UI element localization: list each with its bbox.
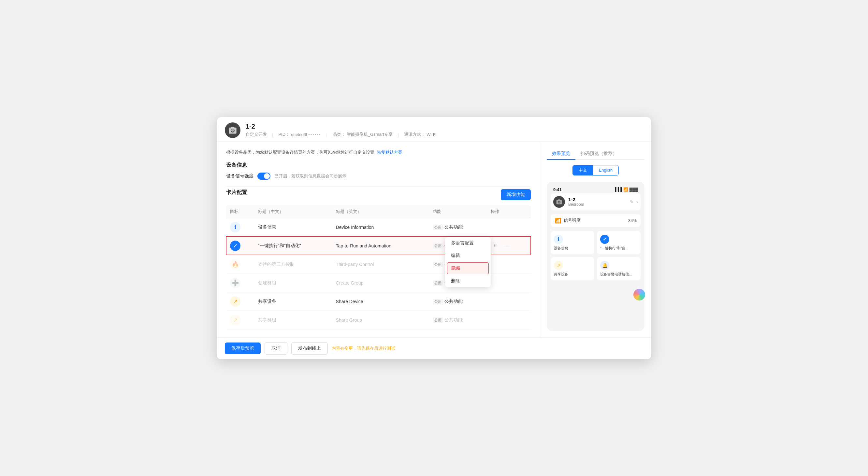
header-info: 1-2 自定义开发 | PID： qtc4ed3l •••••• | 品类： 智…	[246, 123, 436, 137]
phone-status-bar: 9:41 ▐▐▐ 📶 ▓▓▓	[551, 186, 641, 193]
phone-card-label-info: 设备信息	[554, 246, 591, 250]
device-info-title: 设备信息	[226, 162, 531, 169]
category-label: 品类： 智能摄像机_Gsmart专享	[333, 132, 393, 137]
restore-default-link[interactable]: 恢复默认方案	[377, 149, 402, 155]
cell-operation: ⠿ ⋯	[487, 236, 531, 255]
cell-title-en: Create Group	[332, 273, 429, 292]
cell-title-cn: 共享群组	[254, 311, 332, 329]
phone-nav-icons: ✎ ›	[630, 199, 638, 204]
edit-icon[interactable]: ✎	[630, 199, 634, 204]
cell-icon: ↗	[226, 311, 254, 329]
wifi-icon: 📶	[623, 187, 628, 192]
phone-card-share: ⇗ 共享设备	[551, 257, 594, 280]
cell-operation	[487, 311, 531, 329]
col-icon: 图标	[226, 205, 254, 218]
phone-cards: ℹ 设备信息 ✓ "一键执行"和"自... ⇗ 共享设备 🔔 设备告警电话短信.…	[551, 231, 641, 281]
comm-label: 通讯方式： Wi-Fi	[404, 132, 436, 137]
cell-title-cn: 支持的第三方控制	[254, 255, 332, 273]
cell-icon: ➕	[226, 273, 254, 292]
phone-card-icon-alert: 🔔	[600, 261, 609, 270]
bottom-bar: 保存后预览 取消 发布到线上 内容有变更，请先保存后进行测试	[217, 337, 651, 359]
app-window: 1-2 自定义开发 | PID： qtc4ed3l •••••• | 品类： 智…	[217, 117, 651, 359]
phone-card-icon-share: ⇗	[554, 261, 563, 270]
tab-effect[interactable]: 效果预览	[547, 148, 576, 160]
svg-point-0	[231, 129, 234, 132]
cell-title-cn: 共享设备	[254, 292, 332, 311]
add-function-button[interactable]: 新增功能	[501, 189, 531, 200]
table-row: ℹ 设备信息 Device Information 公用公共功能	[226, 218, 531, 236]
bottom-warning-text: 内容有变更，请先保存后进行测试	[332, 345, 395, 351]
phone-camera-icon	[556, 199, 562, 205]
cell-icon: 🔥	[226, 255, 254, 273]
phone-card-automation: ✓ "一键执行"和"自...	[597, 231, 641, 254]
phone-device-info: 1-2 Bedroom	[568, 197, 584, 207]
info-bar-text: 根据设备品类，为您默认配置设备详情页的方案，你可以在继续进行自定义设置	[226, 149, 374, 155]
phone-device-location: Bedroom	[568, 202, 584, 207]
signal-toggle[interactable]	[257, 173, 271, 180]
table-header: 图标 标题（中文） 标题（英文） 功能 操作	[226, 205, 531, 218]
cell-operation	[487, 218, 531, 236]
phone-signal-label: 信号强度	[564, 217, 581, 223]
phone-card-label-automation: "一键执行"和"自...	[600, 246, 637, 250]
info-bar: 根据设备品类，为您默认配置设备详情页的方案，你可以在继续进行自定义设置 恢复默认…	[226, 149, 531, 155]
cell-title-cn: 设备信息	[254, 218, 332, 236]
menu-item-multilang[interactable]: 多语言配置	[445, 237, 491, 249]
preview-tabs: 效果预览 扫码预览（推荐）	[547, 148, 645, 160]
phone-signal-row: 📶 信号强度 34%	[551, 214, 641, 227]
cell-title-en: Share Device	[332, 292, 429, 311]
cell-title-en: Device Information	[332, 218, 429, 236]
menu-item-hide[interactable]: 隐藏	[447, 263, 489, 274]
pid-label: PID： qtc4ed3l ••••••	[278, 132, 321, 137]
save-preview-button[interactable]: 保存后预览	[225, 342, 261, 354]
lang-btn-cn[interactable]: 中文	[573, 165, 593, 175]
tab-scan[interactable]: 扫码预览（推荐）	[576, 148, 622, 160]
camera-icon	[228, 126, 237, 135]
cell-function: 公用公共功能	[429, 218, 487, 236]
cell-icon: ✓	[226, 236, 254, 255]
cell-title-en: Share Group	[332, 311, 429, 329]
header-meta: 自定义开发 | PID： qtc4ed3l •••••• | 品类： 智能摄像机…	[246, 132, 436, 137]
svg-point-1	[558, 201, 560, 203]
phone-card-alert: 🔔 设备告警电话短信...	[597, 257, 641, 280]
lang-btn-en[interactable]: English	[593, 165, 619, 175]
phone-mockup: 9:41 ▐▐▐ 📶 ▓▓▓	[547, 182, 645, 331]
row-actions: ⠿ ⋯	[491, 241, 527, 250]
header: 1-2 自定义开发 | PID： qtc4ed3l •••••• | 品类： 智…	[217, 117, 651, 142]
phone-signal-value: 34%	[628, 218, 637, 223]
phone-card-label-alert: 设备告警电话短信...	[600, 272, 637, 276]
device-title: 1-2	[246, 123, 436, 130]
orb-decoration	[633, 289, 645, 301]
cell-icon: ↗	[226, 292, 254, 311]
publish-button[interactable]: 发布到线上	[291, 342, 328, 354]
phone-device-header: 1-2 Bedroom ✎ ›	[551, 193, 641, 210]
cell-title-cn: "一键执行"和"自动化"	[254, 236, 332, 255]
phone-card-info: ℹ 设备信息	[551, 231, 594, 254]
menu-item-delete[interactable]: 删除	[445, 275, 491, 287]
cell-icon: ℹ	[226, 218, 254, 236]
more-icon[interactable]: ⋯	[502, 241, 512, 250]
lang-switch: 中文 English	[572, 165, 619, 175]
device-avatar	[225, 123, 241, 138]
left-panel: 根据设备品类，为您默认配置设备详情页的方案，你可以在继续进行自定义设置 恢复默认…	[217, 142, 540, 337]
signal-label: 设备信号强度	[226, 173, 253, 179]
device-signal-row: 设备信号强度 已开启，若获取到信息数据会同步展示	[226, 173, 531, 180]
cell-operation	[487, 273, 531, 292]
phone-signal-icon: 📶	[555, 217, 561, 224]
status-icons: ▐▐▐ 📶 ▓▓▓	[614, 187, 638, 192]
cell-title-en: Third-party Control	[332, 255, 429, 273]
chevron-right-icon[interactable]: ›	[636, 199, 638, 204]
card-config-title: 卡片配置	[226, 189, 247, 196]
context-menu: 多语言配置 编辑 隐藏 删除	[445, 237, 491, 287]
phone-device-name: 1-2	[568, 197, 584, 202]
col-title-en: 标题（英文）	[332, 205, 429, 218]
cell-title-en: Tap-to-Run and Automation	[332, 236, 429, 255]
drag-icon[interactable]: ⠿	[491, 241, 500, 250]
menu-item-edit[interactable]: 编辑	[445, 249, 491, 262]
phone-card-icon-automation: ✓	[600, 235, 609, 244]
signal-bars-icon: ▐▐▐	[614, 187, 622, 192]
cancel-button[interactable]: 取消	[265, 342, 287, 354]
divider	[226, 186, 531, 186]
battery-icon: ▓▓▓	[629, 187, 638, 192]
card-config-header: 卡片配置 新增功能	[226, 189, 531, 200]
phone-time: 9:41	[553, 187, 562, 192]
